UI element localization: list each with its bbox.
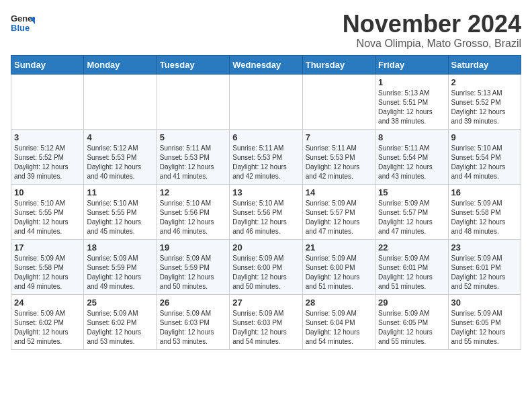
day-number: 3 <box>14 132 81 142</box>
weekday-header: Tuesday <box>157 55 229 74</box>
calendar-cell: 29Sunrise: 5:09 AM Sunset: 6:05 PM Dayli… <box>375 294 448 349</box>
day-info: Sunrise: 5:09 AM Sunset: 5:58 PM Dayligh… <box>451 199 518 236</box>
day-number: 28 <box>306 298 372 308</box>
calendar-cell: 2Sunrise: 5:13 AM Sunset: 5:52 PM Daylig… <box>448 74 521 129</box>
day-info: Sunrise: 5:12 AM Sunset: 5:52 PM Dayligh… <box>14 144 81 181</box>
day-info: Sunrise: 5:11 AM Sunset: 5:53 PM Dayligh… <box>232 144 299 181</box>
day-number: 11 <box>87 187 153 197</box>
calendar-cell: 13Sunrise: 5:10 AM Sunset: 5:56 PM Dayli… <box>230 184 302 239</box>
day-info: Sunrise: 5:10 AM Sunset: 5:54 PM Dayligh… <box>451 144 518 181</box>
day-info: Sunrise: 5:09 AM Sunset: 6:03 PM Dayligh… <box>232 309 299 347</box>
weekday-header: Friday <box>375 55 448 74</box>
calendar-cell: 21Sunrise: 5:09 AM Sunset: 6:00 PM Dayli… <box>302 239 375 294</box>
calendar-cell: 14Sunrise: 5:09 AM Sunset: 5:57 PM Dayli… <box>302 184 375 239</box>
day-number: 30 <box>451 298 518 308</box>
calendar-cell: 30Sunrise: 5:09 AM Sunset: 6:05 PM Dayli… <box>448 294 521 349</box>
calendar-cell: 15Sunrise: 5:09 AM Sunset: 5:57 PM Dayli… <box>375 184 448 239</box>
day-number: 21 <box>306 242 372 253</box>
day-info: Sunrise: 5:10 AM Sunset: 5:56 PM Dayligh… <box>232 199 299 236</box>
day-info: Sunrise: 5:09 AM Sunset: 5:57 PM Dayligh… <box>378 199 445 236</box>
day-info: Sunrise: 5:09 AM Sunset: 6:05 PM Dayligh… <box>451 309 518 347</box>
day-info: Sunrise: 5:10 AM Sunset: 5:56 PM Dayligh… <box>160 199 226 236</box>
location-subtitle: Nova Olimpia, Mato Grosso, Brazil <box>343 38 521 50</box>
day-number: 19 <box>160 242 226 253</box>
calendar-cell: 7Sunrise: 5:11 AM Sunset: 5:53 PM Daylig… <box>302 129 375 184</box>
day-number: 8 <box>378 132 445 142</box>
calendar-cell: 10Sunrise: 5:10 AM Sunset: 5:55 PM Dayli… <box>11 184 84 239</box>
calendar-cell: 3Sunrise: 5:12 AM Sunset: 5:52 PM Daylig… <box>11 129 84 184</box>
weekday-header: Monday <box>84 55 157 74</box>
title-block: November 2024 Nova Olimpia, Mato Grosso,… <box>343 11 521 50</box>
day-info: Sunrise: 5:09 AM Sunset: 6:02 PM Dayligh… <box>87 309 153 347</box>
day-info: Sunrise: 5:09 AM Sunset: 5:58 PM Dayligh… <box>14 254 81 291</box>
calendar-header-row: SundayMondayTuesdayWednesdayThursdayFrid… <box>11 55 521 74</box>
day-number: 23 <box>451 242 518 253</box>
calendar-cell: 19Sunrise: 5:09 AM Sunset: 5:59 PM Dayli… <box>157 239 229 294</box>
calendar-cell <box>230 74 302 129</box>
calendar-cell <box>84 74 157 129</box>
day-info: Sunrise: 5:12 AM Sunset: 5:53 PM Dayligh… <box>87 144 153 181</box>
logo-icon: General Blue <box>11 11 35 35</box>
day-info: Sunrise: 5:09 AM Sunset: 6:05 PM Dayligh… <box>378 309 445 347</box>
month-year-title: November 2024 <box>343 11 521 38</box>
day-number: 5 <box>160 132 226 142</box>
day-number: 13 <box>232 187 299 197</box>
day-info: Sunrise: 5:09 AM Sunset: 6:02 PM Dayligh… <box>14 309 81 347</box>
calendar-cell <box>157 74 229 129</box>
calendar-cell: 22Sunrise: 5:09 AM Sunset: 6:01 PM Dayli… <box>375 239 448 294</box>
day-info: Sunrise: 5:11 AM Sunset: 5:54 PM Dayligh… <box>378 144 445 181</box>
day-number: 9 <box>451 132 518 142</box>
day-info: Sunrise: 5:13 AM Sunset: 5:51 PM Dayligh… <box>378 89 445 126</box>
weekday-header: Wednesday <box>230 55 302 74</box>
day-number: 29 <box>378 298 445 308</box>
day-info: Sunrise: 5:09 AM Sunset: 6:00 PM Dayligh… <box>306 254 372 291</box>
day-number: 26 <box>160 298 226 308</box>
day-number: 17 <box>14 242 81 253</box>
weekday-header: Thursday <box>302 55 375 74</box>
calendar-cell: 17Sunrise: 5:09 AM Sunset: 5:58 PM Dayli… <box>11 239 84 294</box>
calendar-table: SundayMondayTuesdayWednesdayThursdayFrid… <box>11 55 521 350</box>
day-info: Sunrise: 5:09 AM Sunset: 5:59 PM Dayligh… <box>160 254 226 291</box>
calendar-cell: 23Sunrise: 5:09 AM Sunset: 6:01 PM Dayli… <box>448 239 521 294</box>
calendar-cell: 28Sunrise: 5:09 AM Sunset: 6:04 PM Dayli… <box>302 294 375 349</box>
day-number: 10 <box>14 187 81 197</box>
calendar-cell: 11Sunrise: 5:10 AM Sunset: 5:55 PM Dayli… <box>84 184 157 239</box>
day-number: 18 <box>87 242 153 253</box>
day-number: 27 <box>232 298 299 308</box>
calendar-cell: 20Sunrise: 5:09 AM Sunset: 6:00 PM Dayli… <box>230 239 302 294</box>
day-number: 4 <box>87 132 153 142</box>
calendar-week-row: 3Sunrise: 5:12 AM Sunset: 5:52 PM Daylig… <box>11 129 521 184</box>
calendar-cell: 5Sunrise: 5:11 AM Sunset: 5:53 PM Daylig… <box>157 129 229 184</box>
day-number: 7 <box>306 132 372 142</box>
calendar-cell: 27Sunrise: 5:09 AM Sunset: 6:03 PM Dayli… <box>230 294 302 349</box>
day-number: 15 <box>378 187 445 197</box>
calendar-week-row: 10Sunrise: 5:10 AM Sunset: 5:55 PM Dayli… <box>11 184 521 239</box>
page-header: General Blue November 2024 Nova Olimpia,… <box>11 11 521 50</box>
calendar-cell: 16Sunrise: 5:09 AM Sunset: 5:58 PM Dayli… <box>448 184 521 239</box>
day-number: 14 <box>306 187 372 197</box>
logo: General Blue <box>11 11 35 35</box>
calendar-week-row: 1Sunrise: 5:13 AM Sunset: 5:51 PM Daylig… <box>11 74 521 129</box>
calendar-cell: 18Sunrise: 5:09 AM Sunset: 5:59 PM Dayli… <box>84 239 157 294</box>
calendar-cell: 4Sunrise: 5:12 AM Sunset: 5:53 PM Daylig… <box>84 129 157 184</box>
day-number: 20 <box>232 242 299 253</box>
calendar-cell: 24Sunrise: 5:09 AM Sunset: 6:02 PM Dayli… <box>11 294 84 349</box>
calendar-cell: 25Sunrise: 5:09 AM Sunset: 6:02 PM Dayli… <box>84 294 157 349</box>
day-info: Sunrise: 5:09 AM Sunset: 6:03 PM Dayligh… <box>160 309 226 347</box>
day-info: Sunrise: 5:10 AM Sunset: 5:55 PM Dayligh… <box>87 199 153 236</box>
day-info: Sunrise: 5:09 AM Sunset: 5:57 PM Dayligh… <box>306 199 372 236</box>
day-info: Sunrise: 5:09 AM Sunset: 6:01 PM Dayligh… <box>451 254 518 291</box>
day-info: Sunrise: 5:09 AM Sunset: 5:59 PM Dayligh… <box>87 254 153 291</box>
calendar-cell <box>302 74 375 129</box>
day-info: Sunrise: 5:13 AM Sunset: 5:52 PM Dayligh… <box>451 89 518 126</box>
weekday-header: Sunday <box>11 55 84 74</box>
day-number: 2 <box>451 77 518 87</box>
calendar-cell: 9Sunrise: 5:10 AM Sunset: 5:54 PM Daylig… <box>448 129 521 184</box>
day-info: Sunrise: 5:09 AM Sunset: 6:01 PM Dayligh… <box>378 254 445 291</box>
day-info: Sunrise: 5:09 AM Sunset: 6:04 PM Dayligh… <box>306 309 372 347</box>
calendar-cell: 12Sunrise: 5:10 AM Sunset: 5:56 PM Dayli… <box>157 184 229 239</box>
day-info: Sunrise: 5:09 AM Sunset: 6:00 PM Dayligh… <box>232 254 299 291</box>
day-number: 6 <box>232 132 299 142</box>
calendar-cell: 6Sunrise: 5:11 AM Sunset: 5:53 PM Daylig… <box>230 129 302 184</box>
weekday-header: Saturday <box>448 55 521 74</box>
